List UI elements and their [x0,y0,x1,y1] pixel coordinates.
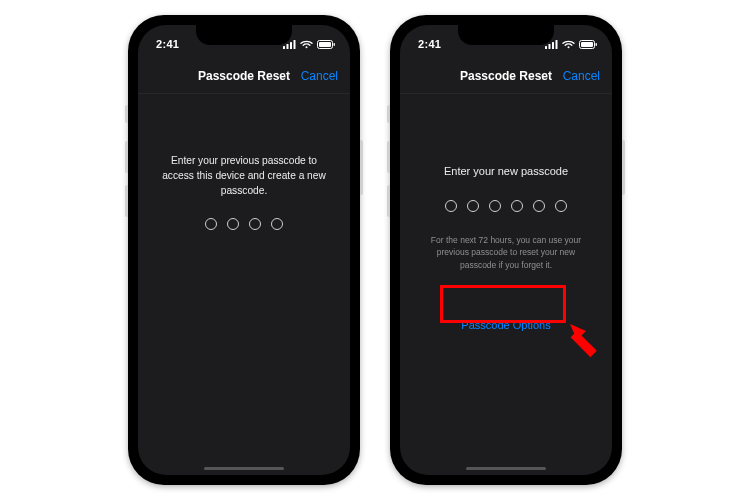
nav-title: Passcode Reset [198,69,290,83]
battery-icon [579,40,598,49]
battery-icon [317,40,336,49]
home-indicator [204,467,284,470]
cancel-button[interactable]: Cancel [301,69,338,83]
svg-rect-0 [283,46,285,49]
passcode-dot [489,200,501,212]
svg-point-4 [306,46,308,48]
status-time: 2:41 [418,38,441,50]
passcode-dot [271,218,283,230]
side-button-power [360,140,363,195]
subnote-text: For the next 72 hours, you can use your … [429,234,584,271]
notch [196,25,292,45]
instruction-text: Enter your previous passcode to access t… [158,154,330,198]
svg-rect-8 [545,46,547,49]
wifi-icon [562,40,575,49]
passcode-input-6[interactable] [420,200,592,212]
svg-rect-3 [294,40,296,49]
passcode-dot [227,218,239,230]
passcode-input-4[interactable] [158,218,330,230]
passcode-dot [555,200,567,212]
side-buttons-left [125,105,128,229]
svg-rect-15 [596,43,597,46]
nav-bar: Passcode Reset Cancel [138,59,350,94]
cancel-button[interactable]: Cancel [563,69,600,83]
instruction-text: Enter your new passcode [420,164,592,180]
passcode-dot [249,218,261,230]
svg-rect-6 [319,42,331,47]
passcode-dot [205,218,217,230]
passcode-dot [445,200,457,212]
home-indicator [466,467,546,470]
svg-rect-9 [549,44,551,49]
passcode-dot [533,200,545,212]
svg-rect-11 [556,40,558,49]
svg-rect-7 [334,43,335,46]
wifi-icon [300,40,313,49]
passcode-dot [511,200,523,212]
svg-rect-2 [290,42,292,49]
passcode-dot [467,200,479,212]
phone-mockup-new-passcode: 2:41 Passcode Reset Cancel Enter your ne… [390,15,622,485]
svg-rect-1 [287,44,289,49]
nav-title: Passcode Reset [460,69,552,83]
side-button-power [622,140,625,195]
status-time: 2:41 [156,38,179,50]
svg-rect-14 [581,42,593,47]
svg-rect-10 [552,42,554,49]
notch [458,25,554,45]
nav-bar: Passcode Reset Cancel [400,59,612,94]
phone-mockup-previous-passcode: 2:41 Passcode Reset Cancel Enter your pr… [128,15,360,485]
svg-point-12 [568,46,570,48]
side-buttons-left [387,105,390,229]
passcode-options-button[interactable]: Passcode Options [447,311,564,339]
